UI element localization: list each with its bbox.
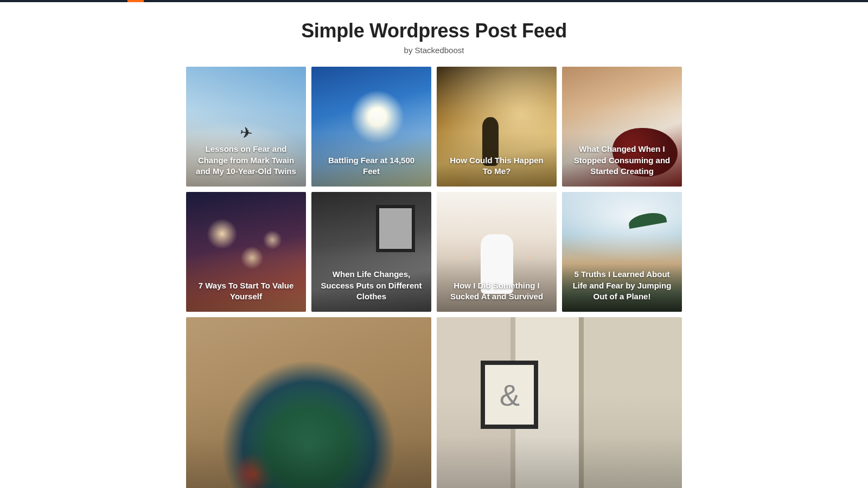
post-card[interactable]: 7 Ways To Start To Value Yourself [186, 192, 306, 312]
post-card[interactable] [186, 317, 431, 488]
post-title: 7 Ways To Start To Value Yourself [186, 280, 306, 312]
post-row-1: Lessons on Fear and Change from Mark Twa… [186, 67, 682, 187]
post-card[interactable]: Battling Fear at 14,500 Feet [311, 67, 431, 187]
page-subtitle: by Stackedboost [0, 46, 868, 55]
post-title: How Could This Happen To Me? [437, 155, 557, 187]
post-title: Lessons on Fear and Change from Mark Twa… [186, 144, 306, 187]
post-title: What Changed When I Stopped Consuming an… [562, 144, 682, 187]
page-header: Simple Wordpress Post Feed by Stackedboo… [0, 2, 868, 67]
post-title: How I Did Something I Sucked At and Surv… [437, 280, 557, 312]
post-row-2: 7 Ways To Start To Value Yourself When L… [186, 192, 682, 312]
post-title: Battling Fear at 14,500 Feet [311, 155, 431, 187]
post-title: 5 Truths I Learned About Life and Fear b… [562, 269, 682, 312]
post-card[interactable]: How Could This Happen To Me? [437, 67, 557, 187]
post-card[interactable]: How I Did Something I Sucked At and Surv… [437, 192, 557, 312]
post-card[interactable] [437, 317, 682, 488]
post-title: When Life Changes, Success Puts on Diffe… [311, 269, 431, 312]
post-card[interactable]: What Changed When I Stopped Consuming an… [562, 67, 682, 187]
top-bar [0, 0, 868, 2]
post-card[interactable]: Lessons on Fear and Change from Mark Twa… [186, 67, 306, 187]
post-row-3 [186, 317, 682, 488]
card-overlay [186, 317, 431, 488]
post-grid: Lessons on Fear and Change from Mark Twa… [186, 67, 682, 488]
page-title: Simple Wordpress Post Feed [0, 20, 868, 42]
post-card[interactable]: When Life Changes, Success Puts on Diffe… [311, 192, 431, 312]
card-overlay [437, 317, 682, 488]
post-card[interactable]: 5 Truths I Learned About Life and Fear b… [562, 192, 682, 312]
